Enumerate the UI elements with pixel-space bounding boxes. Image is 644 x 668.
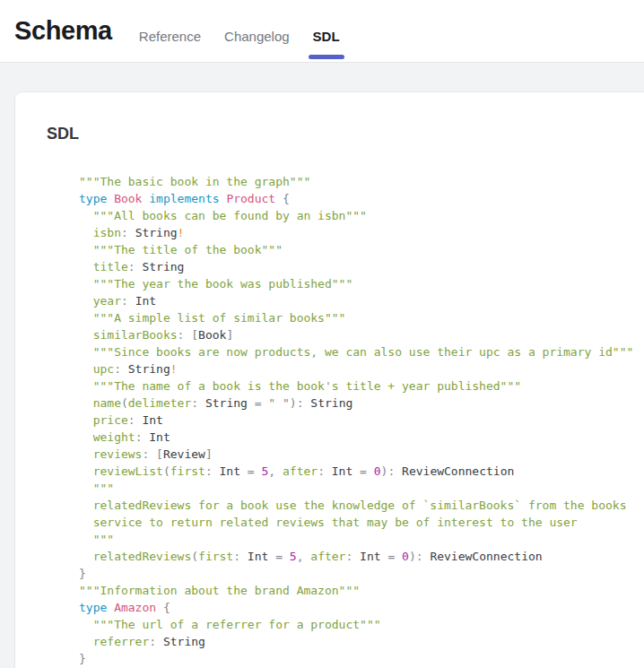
tab-changelog[interactable]: Changelog [224, 29, 290, 44]
code-line: """The url of a referrer for a product""… [79, 616, 633, 633]
code-line: price: Int [79, 412, 633, 429]
tab-sdl-label: SDL [313, 29, 340, 44]
tab-bar: Reference Changelog SDL [139, 29, 340, 44]
page-title: Schema [14, 16, 112, 46]
code-line: reviews: [Review] [79, 446, 633, 463]
code-line: """The name of a book is the book's titl… [79, 377, 633, 395]
code-line: relatedReviews for a book use the knowle… [79, 497, 633, 514]
tab-sdl[interactable]: SDL [313, 29, 340, 44]
code-line: } [79, 565, 633, 582]
sdl-code-block: """The basic book in the graph"""type Bo… [79, 173, 633, 667]
active-tab-indicator [309, 55, 344, 59]
page-header: Schema Reference Changelog SDL [0, 0, 644, 63]
code-line: referrer: String [79, 633, 633, 650]
code-line: type Amazon { [79, 599, 633, 616]
code-line: weight: Int [79, 429, 633, 446]
code-line: type Book implements Product { [79, 190, 633, 207]
code-line: similarBooks: [Book] [79, 326, 633, 343]
code-line: """The title of the book""" [79, 241, 633, 258]
sdl-card: SDL """The basic book in the graph"""typ… [15, 92, 644, 668]
sdl-section-title: SDL [47, 125, 79, 143]
code-line: """Since books are now products, we can … [79, 343, 633, 360]
code-line: upc: String! [79, 360, 633, 377]
code-line: relatedReviews(first: Int = 5, after: In… [79, 548, 633, 565]
code-line: reviewList(first: Int = 5, after: Int = … [79, 463, 633, 480]
code-line: } [79, 650, 633, 667]
code-line: service to return related reviews that m… [79, 514, 633, 531]
code-line: """The basic book in the graph""" [79, 173, 633, 190]
code-line: """ [79, 531, 633, 548]
code-line: title: String [79, 258, 633, 275]
tab-reference[interactable]: Reference [139, 29, 201, 44]
code-line: isbn: String! [79, 224, 633, 241]
code-line: """Information about the brand Amazon""" [79, 582, 633, 599]
code-line: """A simple list of similar books""" [79, 309, 633, 326]
code-line: """The year the book was published""" [79, 275, 633, 292]
code-line: """ [79, 480, 633, 497]
code-line: """All books can be found by an isbn""" [79, 207, 633, 224]
code-line: name(delimeter: String = " "): String [79, 395, 633, 412]
code-line: year: Int [79, 292, 633, 309]
